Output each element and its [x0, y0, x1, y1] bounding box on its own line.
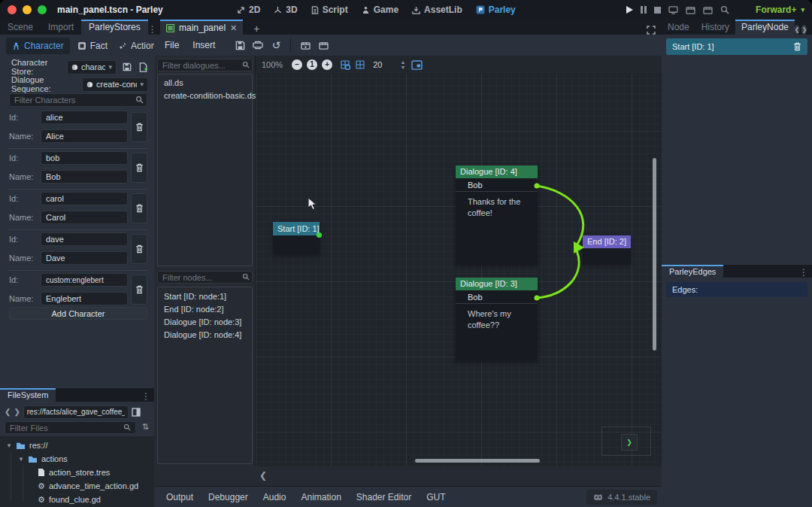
- renderer-select[interactable]: Forward+ ▾: [756, 0, 804, 20]
- node-list-item[interactable]: Start [ID: node:1]: [158, 290, 252, 303]
- save-store-icon[interactable]: [123, 62, 132, 71]
- dialogue-graph-canvas[interactable]: 100% − 1 + 20 ▲▼ Start [ID: 1] Dialogue …: [256, 56, 662, 466]
- delete-character-button[interactable]: [131, 234, 147, 264]
- graph-vertical-scrollbar[interactable]: [653, 158, 656, 351]
- pause-button[interactable]: [641, 6, 647, 14]
- character-id-field[interactable]: [41, 151, 128, 165]
- snap-distance-spinbox[interactable]: 20 ▲▼: [373, 60, 405, 70]
- maximize-window-button[interactable]: [38, 5, 47, 14]
- version-info[interactable]: 4.4.1.stable: [586, 490, 657, 505]
- minimize-window-button[interactable]: [23, 5, 32, 14]
- delete-character-button[interactable]: [131, 153, 147, 183]
- character-name-field[interactable]: [41, 292, 128, 305]
- tab-parleyedges[interactable]: ParleyEdges: [662, 265, 723, 278]
- workspace-parley[interactable]: Parley: [469, 0, 523, 20]
- character-name-field[interactable]: [41, 211, 128, 224]
- bottom-tab-debugger[interactable]: Debugger: [201, 492, 256, 502]
- movie-writer-icon[interactable]: [703, 6, 713, 14]
- close-window-button[interactable]: [8, 5, 17, 14]
- zoom-in-button[interactable]: +: [322, 59, 332, 70]
- tree-item-actions[interactable]: ▼ actions: [0, 452, 154, 466]
- character-name-field[interactable]: [41, 129, 128, 143]
- tab-main-panel[interactable]: main_panel ✕: [160, 20, 243, 35]
- tab-history[interactable]: History: [695, 20, 735, 35]
- workspace-assetlib[interactable]: AssetLib: [405, 0, 469, 20]
- fullscreen-icon[interactable]: [647, 26, 662, 35]
- refresh-icon[interactable]: ↺: [268, 39, 284, 51]
- delete-character-button[interactable]: [131, 112, 147, 142]
- delete-character-button[interactable]: [131, 193, 147, 223]
- store-tab-character[interactable]: Character: [6, 38, 70, 54]
- node-list-item[interactable]: Dialogue [ID: node:4]: [158, 329, 252, 342]
- profiler-icon[interactable]: [720, 5, 729, 14]
- node-list-item[interactable]: End [ID: node:2]: [158, 303, 252, 316]
- minimap-toggle-icon[interactable]: [411, 60, 423, 70]
- dock-options-icon[interactable]: ⋮: [141, 391, 154, 402]
- character-id-field[interactable]: [41, 232, 128, 246]
- delete-character-button[interactable]: [131, 275, 147, 305]
- character-name-field[interactable]: [41, 170, 128, 184]
- dock-options-icon[interactable]: ⋮: [799, 267, 812, 278]
- current-path-field[interactable]: [23, 405, 129, 419]
- filter-characters-input[interactable]: [9, 93, 147, 107]
- filter-dialogues-input[interactable]: [157, 59, 253, 71]
- split-view-icon[interactable]: [132, 408, 141, 417]
- test-dialogue-icon[interactable]: [297, 41, 314, 50]
- dock-options-icon[interactable]: ⋮: [809, 24, 812, 35]
- bottom-tab-shader-editor[interactable]: Shader Editor: [349, 492, 419, 502]
- character-id-field[interactable]: [41, 192, 128, 205]
- zoom-out-button[interactable]: −: [292, 59, 302, 70]
- node-list-item[interactable]: Dialogue [ID: node:3]: [158, 316, 252, 329]
- filter-files-input[interactable]: [5, 421, 136, 434]
- tab-filesystem[interactable]: FileSystem: [0, 388, 56, 402]
- history-forward-icon[interactable]: ❯: [14, 408, 20, 416]
- export-icon[interactable]: [250, 41, 266, 50]
- new-tab-icon[interactable]: +: [243, 23, 270, 35]
- history-back-icon[interactable]: ❮: [5, 408, 11, 416]
- filter-nodes-input[interactable]: [157, 271, 253, 284]
- next-tab-icon[interactable]: ❯: [801, 25, 807, 35]
- snap-toggle-icon[interactable]: [340, 59, 350, 70]
- character-store-dropdown[interactable]: charact ▾: [67, 60, 117, 74]
- workspace-2d[interactable]: 2D: [230, 0, 267, 20]
- store-tab-fact[interactable]: Fact: [74, 41, 111, 51]
- graph-node-dialogue-3[interactable]: Dialogue [ID: 3] Bob Where's my coffee??: [456, 278, 538, 361]
- sort-files-icon[interactable]: ⇅: [142, 422, 149, 432]
- workspace-game[interactable]: Game: [355, 0, 405, 20]
- remote-debug-icon[interactable]: [668, 6, 678, 14]
- delete-node-icon[interactable]: [793, 42, 801, 51]
- spinbox-arrows-icon[interactable]: ▲▼: [400, 60, 405, 70]
- bottom-tab-output[interactable]: Output: [159, 492, 201, 502]
- dialogue-file-item[interactable]: all.ds: [158, 77, 252, 90]
- start-output-port[interactable]: [317, 232, 322, 238]
- workspace-3d[interactable]: 3D: [267, 0, 304, 20]
- edges-header[interactable]: Edges:: [666, 282, 807, 297]
- graph-node-end[interactable]: End [ID: 2]: [583, 235, 631, 264]
- insert-menu[interactable]: Insert: [186, 40, 221, 50]
- workspace-script[interactable]: Script: [304, 0, 355, 20]
- character-id-field[interactable]: [41, 111, 128, 124]
- collapse-icon[interactable]: ▼: [6, 442, 12, 449]
- collapse-sidepanel-icon[interactable]: ❮: [259, 470, 267, 481]
- stop-button[interactable]: [654, 7, 661, 14]
- play-button[interactable]: [626, 6, 633, 14]
- add-character-button[interactable]: Add Character: [9, 307, 147, 320]
- tab-scene[interactable]: Scene: [0, 20, 41, 35]
- file-menu[interactable]: File: [159, 40, 185, 50]
- zoom-reset-button[interactable]: 1: [307, 59, 317, 70]
- bottom-tab-audio[interactable]: Audio: [256, 492, 294, 502]
- collapse-icon[interactable]: ▼: [18, 456, 24, 463]
- tab-parleynode[interactable]: ParleyNode: [735, 20, 795, 35]
- dialogue-sequence-dropdown[interactable]: create-conditi ▾: [82, 77, 148, 92]
- tab-parleystores[interactable]: ParleyStores: [81, 20, 148, 35]
- character-name-field[interactable]: [41, 251, 128, 265]
- minimap-expand-button[interactable]: ❯: [621, 434, 638, 451]
- graph-horizontal-scrollbar[interactable]: [415, 459, 540, 463]
- selected-node-header[interactable]: Start [ID: 1]: [666, 38, 807, 55]
- new-store-icon[interactable]: [139, 62, 148, 72]
- prev-tab-icon[interactable]: ❮: [795, 25, 800, 35]
- graph-node-dialogue-4[interactable]: Dialogue [ID: 4] Bob Thanks for the coff…: [456, 165, 538, 265]
- character-id-field[interactable]: [41, 273, 128, 287]
- store-tab-action[interactable]: Action: [115, 41, 159, 51]
- grid-toggle-icon[interactable]: [355, 59, 365, 70]
